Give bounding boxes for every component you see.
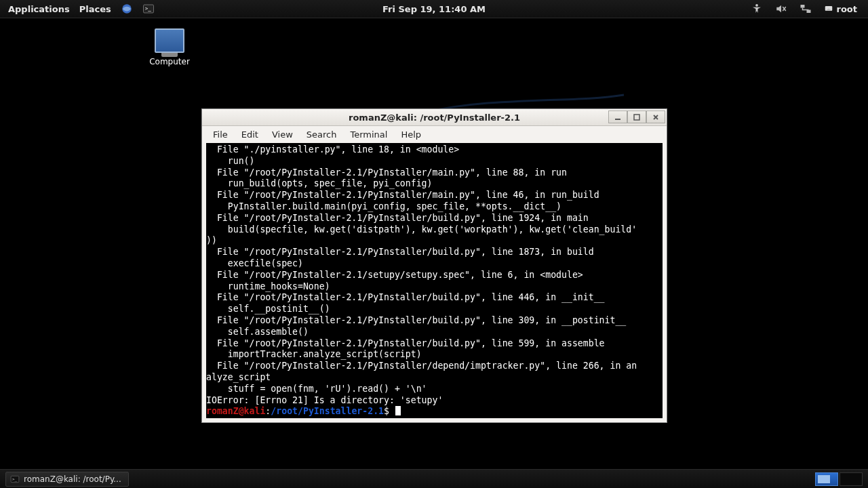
menu-edit[interactable]: Edit (236, 128, 264, 141)
iceweasel-launcher-icon[interactable] (121, 3, 133, 15)
menu-view[interactable]: View (267, 128, 298, 141)
workspace-switcher (815, 472, 863, 486)
svg-rect-8 (615, 119, 620, 120)
menu-terminal[interactable]: Terminal (344, 128, 393, 141)
menu-search[interactable]: Search (301, 128, 342, 141)
taskbar-window-entry[interactable]: >_ romanZ@kali: /root/Py... (5, 472, 129, 487)
top-panel: Applications Places >_ Fri Sep 19, 11:40… (0, 0, 868, 18)
user-menu[interactable]: root (824, 4, 858, 14)
terminal-icon: >_ (10, 474, 20, 484)
taskbar-entry-label: romanZ@kali: /root/Py... (24, 474, 121, 484)
menubar: File Edit View Search Terminal Help (202, 126, 667, 143)
clock[interactable]: Fri Sep 19, 11:40 AM (382, 4, 486, 14)
minimize-button[interactable] (608, 110, 627, 123)
desktop-icon-label: Computer (146, 57, 193, 66)
volume-muted-tray-icon[interactable] (775, 3, 787, 15)
menu-help[interactable]: Help (395, 128, 427, 141)
user-menu-label: root (837, 4, 858, 14)
svg-text:>_: >_ (12, 476, 18, 481)
window-title: romanZ@kali: /root/PyInstaller-2.1 (349, 113, 520, 123)
svg-text:>_: >_ (144, 5, 151, 12)
menu-file[interactable]: File (208, 128, 233, 141)
terminal-viewport[interactable]: File "./pyinstaller.py", line 18, in <mo… (206, 143, 663, 418)
terminal-window: romanZ@kali: /root/PyInstaller-2.1 File … (201, 108, 667, 423)
places-menu[interactable]: Places (79, 4, 111, 14)
network-tray-icon[interactable] (800, 3, 812, 15)
a11y-tray-icon[interactable] (751, 3, 763, 15)
maximize-button[interactable] (627, 110, 646, 123)
bottom-panel: >_ romanZ@kali: /root/Py... (0, 469, 868, 488)
svg-point-4 (755, 4, 758, 7)
terminal-launcher-icon[interactable]: >_ (142, 3, 155, 15)
svg-rect-9 (634, 115, 639, 120)
titlebar[interactable]: romanZ@kali: /root/PyInstaller-2.1 (202, 109, 667, 126)
applications-menu[interactable]: Applications (8, 4, 70, 14)
svg-rect-5 (800, 5, 804, 8)
workspace-1[interactable] (815, 472, 838, 486)
workspace-2[interactable] (840, 472, 863, 486)
monitor-icon (155, 28, 184, 53)
close-button[interactable] (646, 110, 665, 123)
desktop-computer-icon[interactable]: Computer (146, 28, 193, 66)
